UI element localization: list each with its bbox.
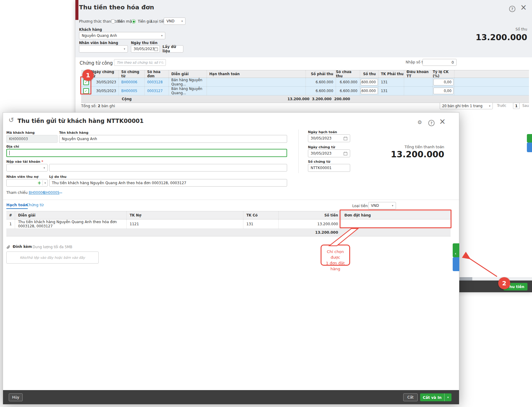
ten-kh-input[interactable]: Nguyễn Quang Anh bbox=[59, 135, 287, 143]
invoice-link[interactable]: 0003128 bbox=[147, 80, 163, 84]
table-sum-row: 13.200.000 bbox=[6, 229, 451, 236]
help-icon[interactable]: ? bbox=[509, 6, 515, 12]
save-button[interactable]: Cất bbox=[403, 393, 418, 401]
cell-so-hoa-don: 0003127 bbox=[144, 87, 169, 95]
cell-so-chung-tu: BH00006 bbox=[119, 78, 144, 86]
col-header-extra bbox=[454, 70, 529, 78]
record-total: Tổng số: 2 bản ghi bbox=[81, 104, 115, 108]
caret-down-icon: ▾ bbox=[181, 20, 183, 23]
cell-tk-co: 131 bbox=[243, 220, 278, 229]
cell-dien-giai: Thu tiền khách hàng Nguyễn Quang Anh the… bbox=[15, 220, 126, 229]
col-header: # bbox=[6, 211, 15, 219]
ty-le-ck-cell-input[interactable]: 0,00 bbox=[433, 88, 454, 94]
side-panel-tab-blue[interactable] bbox=[453, 257, 459, 271]
close-icon[interactable]: × bbox=[520, 4, 527, 11]
table-row[interactable]: ✓ 30/05/2023 BH00006 0003128 Bán hàng Ng… bbox=[81, 78, 529, 87]
so-thu-cell-input[interactable]: 6.600.000 bbox=[361, 88, 378, 94]
customer-select[interactable]: Nguyễn Quang Anh ▾ bbox=[79, 32, 165, 39]
pagination-current-page[interactable]: 1 bbox=[513, 103, 520, 109]
table-sum-row: Cộng 13.200.000 13.200.000 13.200.000 bbox=[81, 95, 529, 103]
save-and-print-button[interactable]: Cất và In bbox=[420, 393, 444, 401]
reference-link[interactable]: BH00006 bbox=[29, 191, 45, 195]
calendar-icon[interactable] bbox=[344, 136, 347, 140]
edge-panel-tab-blue[interactable] bbox=[527, 143, 532, 152]
save-options-dropdown[interactable]: ▾ bbox=[444, 393, 451, 401]
ty-le-ck-cell-input[interactable]: 0,00 bbox=[433, 79, 454, 85]
dia-chi-input[interactable] bbox=[6, 149, 287, 157]
file-dropzone[interactable]: Kéo/thả tệp vào đây hoặc bấm vào đây bbox=[6, 252, 99, 264]
cell-so-thu: 6.600.000 bbox=[360, 78, 378, 86]
calendar-icon[interactable] bbox=[154, 47, 158, 51]
account-name-input[interactable] bbox=[49, 164, 287, 171]
page-size-select[interactable]: 20 bản ghi trên 1 trang ▾ bbox=[440, 102, 493, 109]
dialog2-footer-bar bbox=[3, 390, 459, 404]
required-asterisk: * bbox=[42, 160, 43, 164]
caret-down-icon: ▾ bbox=[124, 47, 125, 50]
search-input[interactable] bbox=[116, 60, 161, 65]
ly-do-thu-label: Lý do thu bbox=[49, 175, 66, 179]
pagination-next[interactable]: Sau bbox=[522, 104, 529, 108]
collect-date-input[interactable]: 30/05/2023 bbox=[131, 45, 160, 53]
so-chung-tu-input[interactable]: NTTK00001 bbox=[308, 164, 350, 172]
caret-down-icon: ▾ bbox=[43, 166, 45, 169]
cell-dieu-khoan bbox=[404, 87, 432, 95]
annotation-step-2: 2 bbox=[498, 277, 510, 289]
history-icon[interactable]: ↺ bbox=[8, 116, 14, 124]
dia-chi-label: Địa chỉ bbox=[6, 145, 19, 149]
radio-tien-mat-label[interactable]: Tiền mặt bbox=[117, 19, 133, 24]
close-icon[interactable]: × bbox=[439, 118, 446, 125]
ly-do-thu-input[interactable]: Thu tiền khách hàng Nguyễn Quang Anh the… bbox=[49, 179, 287, 187]
document-link[interactable]: BH00006 bbox=[121, 80, 137, 84]
tong-tien-value: 13.200.000 bbox=[335, 149, 444, 159]
get-data-button[interactable]: Lấy dữ liệu bbox=[162, 45, 183, 53]
sum-cell bbox=[81, 95, 90, 103]
invoice-link[interactable]: 0003127 bbox=[147, 89, 163, 93]
cell-extra bbox=[454, 78, 529, 86]
cell-tk-phai-thu: 131 bbox=[378, 78, 404, 86]
sum-label: Cộng bbox=[115, 95, 138, 103]
currency-select[interactable]: VND ▾ bbox=[368, 202, 396, 209]
radio-tien-gui[interactable] bbox=[131, 19, 136, 24]
cell-so-phai-thu: 6.600.000 bbox=[306, 78, 336, 86]
so-thu-value: 13.200.000 bbox=[437, 33, 527, 42]
tab-chung-tu[interactable]: Chứng từ bbox=[26, 203, 43, 207]
reference-more-link[interactable]: ... bbox=[58, 190, 62, 194]
attachment-label: Đính kèm bbox=[13, 245, 32, 249]
form-divider bbox=[298, 130, 299, 173]
nop-vao-tk-select[interactable]: ▾ bbox=[6, 164, 48, 171]
radio-tien-gui-label[interactable]: Tiền gửi bbox=[138, 19, 152, 24]
document-link[interactable]: BH00005 bbox=[121, 89, 137, 93]
currency-select[interactable]: VND ▾ bbox=[164, 18, 185, 25]
side-panel-tab-green[interactable]: ‹ bbox=[453, 243, 459, 257]
sum-cell bbox=[6, 229, 9, 236]
cell-so-thu: 6.600.000 bbox=[360, 87, 378, 95]
col-header: Tỷ lệ CK (%) bbox=[432, 70, 454, 78]
customer-label: Khách hàng bbox=[79, 27, 102, 32]
col-header: Số thu bbox=[360, 70, 378, 78]
edge-panel-tab-green[interactable] bbox=[527, 134, 532, 143]
salesperson-select[interactable]: ▾ bbox=[79, 45, 128, 53]
add-icon[interactable]: + bbox=[37, 180, 41, 186]
ngay-hach-toan-input[interactable]: 30/05/2023 bbox=[308, 134, 350, 142]
table-row[interactable]: ✓ 30/05/2023 BH00005 0003127 Bán hàng Ng… bbox=[81, 87, 529, 95]
help-icon[interactable]: ? bbox=[428, 120, 435, 126]
annotation-box-don-dat-hang bbox=[340, 210, 451, 228]
pagination-prev[interactable]: Trước bbox=[497, 104, 506, 108]
nv-thu-no-select[interactable]: + ▾ bbox=[6, 179, 48, 187]
sum-so-thu: 13.200.000 bbox=[334, 95, 350, 103]
cell-han-thanh-toan bbox=[207, 78, 306, 86]
cell-dien-giai: Bán hàng Nguyễn Quang... bbox=[169, 78, 207, 86]
cancel-button[interactable]: Hủy bbox=[9, 393, 23, 401]
so-thu-cell-input[interactable]: 6.600.000 bbox=[361, 79, 378, 85]
gear-icon[interactable]: ⚙ bbox=[417, 119, 422, 125]
caret-down-icon: ▾ bbox=[44, 181, 46, 184]
cell-dien-giai: Bán hàng Nguyễn Quang... bbox=[169, 87, 207, 95]
radio-tien-mat[interactable] bbox=[111, 19, 115, 24]
reference-link[interactable]: BH00005 bbox=[43, 191, 59, 195]
nhap-so-thu-input[interactable]: 0 bbox=[423, 59, 457, 66]
tab-hach-toan[interactable]: Hạch toán bbox=[6, 203, 28, 209]
cell-tk-phai-thu: 131 bbox=[378, 87, 404, 95]
dialog-thu-tien-gui: ↺ Thu tiền gửi từ khách hàng NTTK00001 ⚙… bbox=[3, 112, 459, 404]
scrollbar-thumb[interactable] bbox=[460, 277, 472, 280]
search-box[interactable] bbox=[114, 59, 166, 66]
